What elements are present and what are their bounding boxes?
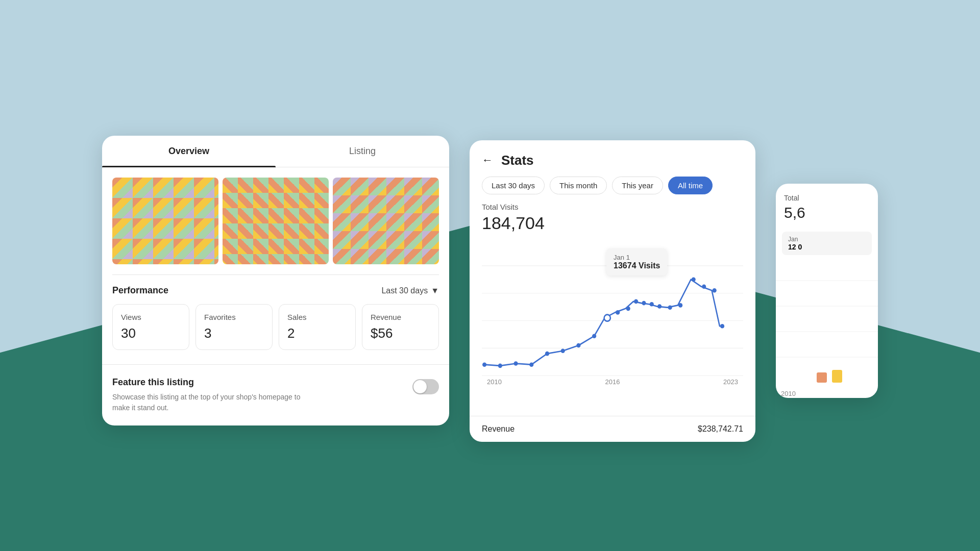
partial-tooltip: Jan 12 0	[782, 232, 872, 255]
svg-point-10	[561, 348, 565, 353]
partial-card: Total 5,6 Jan 12 0 2010	[776, 184, 878, 398]
stats-metrics-row: Total Visits 184,704	[482, 203, 743, 233]
metrics-grid: Views 30 Favorites 3 Sales 2 Revenue $56	[112, 304, 439, 350]
sales-label: Sales	[287, 313, 347, 321]
revenue-footer-value: $238,742.71	[698, 424, 743, 434]
svg-point-8	[529, 362, 533, 367]
svg-point-12	[592, 334, 596, 338]
svg-point-21	[678, 303, 682, 308]
total-visits-metric: Total Visits 184,704	[482, 203, 743, 233]
svg-point-11	[576, 343, 580, 347]
product-image-3[interactable]	[333, 178, 439, 264]
tooltip-value: 13674 Visits	[614, 261, 660, 270]
partial-tooltip-value: 12 0	[788, 243, 866, 251]
partial-metric-value: 5,6	[784, 204, 870, 221]
stats-content: Total Visits 184,704 Jan 1 13674 Visits	[470, 203, 755, 412]
left-card: Overview Listing Performance Last 30 day…	[102, 136, 449, 425]
feature-toggle[interactable]	[412, 379, 439, 394]
svg-point-22	[692, 277, 696, 282]
svg-point-20	[668, 305, 672, 310]
favorites-value: 3	[204, 325, 264, 341]
svg-point-16	[634, 299, 638, 304]
filter-thisyear[interactable]: This year	[612, 177, 663, 194]
svg-point-23	[702, 284, 706, 289]
tab-listing[interactable]: Listing	[276, 136, 449, 167]
svg-point-6	[498, 363, 502, 368]
tooltip-date: Jan 1	[614, 254, 660, 261]
filter-thismonth[interactable]: This month	[550, 177, 607, 194]
metric-revenue: Revenue $56	[362, 304, 439, 350]
feature-title: Feature this listing	[112, 377, 306, 388]
period-selector[interactable]: Last 30 days ▼	[381, 286, 439, 295]
revenue-label: Revenue	[371, 313, 430, 321]
svg-point-25	[720, 324, 724, 329]
product-image-1[interactable]	[112, 178, 218, 264]
product-images-row	[102, 167, 449, 274]
total-visits-value: 184,704	[482, 213, 733, 233]
favorites-label: Favorites	[204, 313, 264, 321]
svg-point-5	[482, 362, 486, 367]
chart-area: Jan 1 13674 Visits	[482, 238, 743, 412]
performance-title: Performance	[112, 285, 168, 296]
revenue-value: $56	[371, 325, 430, 341]
stats-header: ← Stats	[470, 140, 755, 177]
partial-chart-area: 2010	[776, 255, 878, 398]
back-button[interactable]: ←	[482, 154, 493, 167]
revenue-footer-label: Revenue	[482, 424, 514, 434]
performance-section: Performance Last 30 days ▼ Views 30 Favo…	[102, 275, 449, 360]
views-label: Views	[121, 313, 181, 321]
svg-point-13	[604, 314, 610, 321]
tab-overview[interactable]: Overview	[102, 136, 276, 167]
filter-tabs: Last 30 days This month This year All ti…	[470, 177, 755, 203]
performance-header: Performance Last 30 days ▼	[112, 285, 439, 296]
svg-point-9	[545, 351, 549, 356]
feature-description: Showcase this listing at the top of your…	[112, 392, 306, 413]
partial-chart-svg	[776, 255, 878, 388]
feature-section: Feature this listing Showcase this listi…	[102, 364, 449, 425]
stats-title: Stats	[501, 153, 534, 168]
chevron-down-icon: ▼	[431, 286, 439, 295]
revenue-footer: Revenue $238,742.71	[470, 416, 755, 442]
svg-point-14	[616, 310, 620, 315]
product-image-2[interactable]	[223, 178, 329, 264]
partial-metric-label: Total	[784, 194, 870, 202]
filter-alltime[interactable]: All time	[668, 177, 713, 194]
svg-rect-30	[817, 372, 827, 383]
partial-x-label: 2010	[776, 390, 878, 397]
svg-point-18	[650, 302, 654, 306]
svg-point-15	[626, 306, 630, 311]
cards-container: Overview Listing Performance Last 30 day…	[0, 0, 980, 551]
right-card: ← Stats Last 30 days This month This yea…	[470, 140, 755, 442]
views-value: 30	[121, 325, 181, 341]
metric-views: Views 30	[112, 304, 189, 350]
feature-text: Feature this listing Showcase this listi…	[112, 377, 306, 413]
metric-sales: Sales 2	[279, 304, 356, 350]
total-visits-label: Total Visits	[482, 203, 733, 211]
tab-bar: Overview Listing	[102, 136, 449, 167]
partial-content: Total 5,6	[776, 184, 878, 232]
svg-point-17	[642, 300, 646, 305]
chart-tooltip: Jan 1 13674 Visits	[606, 248, 667, 276]
svg-point-7	[513, 361, 518, 366]
sales-value: 2	[287, 325, 347, 341]
svg-point-24	[713, 288, 717, 293]
svg-point-19	[657, 304, 662, 309]
svg-rect-31	[832, 370, 842, 383]
metric-favorites: Favorites 3	[195, 304, 273, 350]
filter-last30[interactable]: Last 30 days	[482, 177, 545, 194]
partial-tooltip-date: Jan	[788, 236, 866, 243]
